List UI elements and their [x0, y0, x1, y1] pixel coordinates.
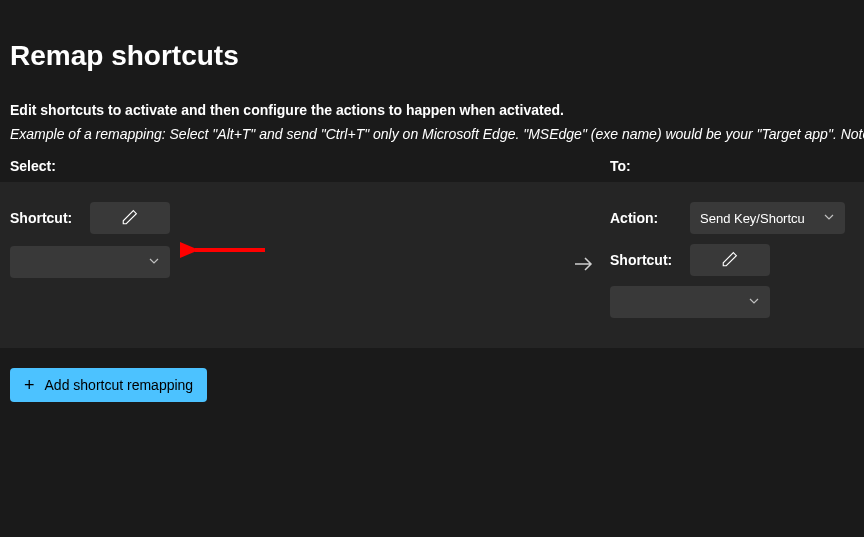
description-text: Edit shortcuts to activate and then conf…: [10, 102, 854, 118]
shortcut-to-label: Shortcut:: [610, 252, 690, 268]
arrow-right-icon: [571, 252, 595, 280]
select-section: Shortcut:: [10, 202, 555, 278]
chevron-down-icon: [148, 255, 160, 270]
pencil-icon: [121, 208, 139, 229]
add-shortcut-remapping-button[interactable]: + Add shortcut remapping: [10, 368, 207, 402]
chevron-down-icon: [823, 211, 835, 226]
edit-shortcut-button[interactable]: [90, 202, 170, 234]
action-label: Action:: [610, 210, 690, 226]
plus-icon: +: [24, 376, 35, 394]
add-button-label: Add shortcut remapping: [45, 377, 194, 393]
source-dropdown[interactable]: [10, 246, 170, 278]
edit-target-shortcut-button[interactable]: [690, 244, 770, 276]
column-header-to: To:: [610, 158, 854, 174]
column-header-select: Select:: [10, 158, 610, 174]
action-dropdown[interactable]: Send Key/Shortcu: [690, 202, 845, 234]
chevron-down-icon: [748, 295, 760, 310]
pencil-icon: [721, 250, 739, 271]
example-text: Example of a remapping: Select "Alt+T" a…: [10, 126, 854, 142]
arrow-separator: [555, 202, 610, 280]
target-dropdown[interactable]: [610, 286, 770, 318]
page-title: Remap shortcuts: [10, 40, 854, 72]
remap-row: Shortcut:: [0, 182, 864, 348]
to-section: Action: Send Key/Shortcu Shortcut:: [610, 202, 854, 318]
action-dropdown-label: Send Key/Shortcu: [700, 211, 819, 226]
shortcut-label: Shortcut:: [10, 210, 90, 226]
